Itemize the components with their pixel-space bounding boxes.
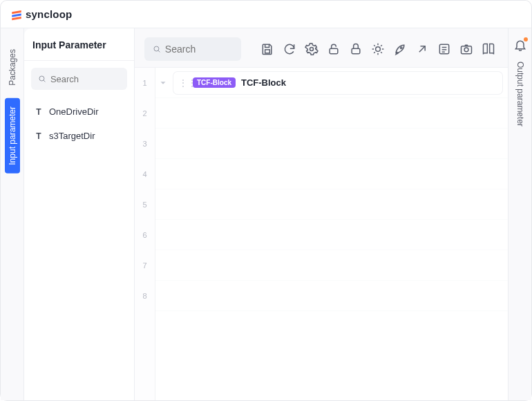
settings-icon[interactable] [305, 42, 319, 56]
brand-logo: syncloop [10, 8, 72, 21]
line-number: 1 [135, 68, 155, 98]
svg-line-1 [44, 80, 45, 82]
line-gutter: 12345678 [135, 68, 155, 400]
app-frame: syncloop Packages Input parameter Input … [0, 0, 532, 401]
line-number: 2 [135, 98, 155, 129]
search-icon [38, 74, 46, 84]
sidebar-search-input[interactable] [50, 74, 120, 84]
svg-line-13 [374, 45, 375, 46]
tcf-block-row[interactable]: ⋮⋮ TCF-Block TCF-Block [173, 72, 502, 94]
sidebar-search[interactable] [31, 68, 127, 90]
svg-rect-4 [265, 50, 270, 53]
camera-icon[interactable] [459, 42, 473, 56]
search-icon [153, 44, 161, 54]
logo-mark-icon [10, 8, 23, 21]
unlock-icon[interactable] [327, 42, 341, 56]
left-rail: Packages Input parameter [1, 28, 24, 400]
text-type-icon: T [34, 131, 44, 141]
svg-rect-7 [352, 48, 360, 54]
param-item[interactable]: T s3TargetDir [24, 124, 134, 148]
list-icon[interactable] [437, 42, 451, 56]
svg-line-16 [381, 45, 382, 46]
editor-row [155, 159, 508, 189]
svg-point-0 [39, 76, 44, 81]
editor-row: ⋮⋮ TCF-Block TCF-Block [155, 68, 508, 98]
svg-point-23 [464, 48, 468, 52]
sidebar-title: Input Parameter [24, 28, 134, 61]
left-tab-input-parameter[interactable]: Input parameter [5, 98, 20, 174]
block-label: TCF-Block [241, 77, 286, 88]
svg-line-15 [374, 52, 375, 53]
svg-rect-6 [330, 48, 338, 54]
editor-row [155, 129, 508, 159]
collapse-caret-icon[interactable] [158, 78, 168, 88]
editor-row [155, 189, 508, 220]
main-search[interactable] [144, 37, 241, 61]
notifications-icon[interactable] [513, 38, 527, 52]
svg-line-3 [158, 50, 160, 52]
launch-icon[interactable] [393, 42, 407, 56]
param-list: T OneDriveDir T s3TargetDir [24, 95, 134, 152]
topbar: syncloop [1, 1, 531, 28]
refresh-icon[interactable] [283, 42, 296, 56]
main-area: 12345678 ⋮⋮ TCF-Block TCF-Block [135, 28, 508, 400]
editor-rows: ⋮⋮ TCF-Block TCF-Block [155, 68, 508, 400]
svg-point-8 [376, 47, 381, 52]
save-icon[interactable] [260, 42, 274, 56]
notification-dot [524, 37, 528, 41]
main-search-input[interactable] [165, 44, 233, 55]
lock-icon[interactable] [349, 42, 363, 56]
svg-line-14 [381, 52, 382, 53]
book-icon[interactable] [482, 42, 495, 56]
main-header [135, 28, 508, 67]
line-number: 3 [135, 129, 155, 159]
brand-name: syncloop [26, 8, 72, 20]
line-number: 5 [135, 189, 155, 220]
editor-row [155, 98, 508, 129]
line-number: 6 [135, 220, 155, 250]
editor: 12345678 ⋮⋮ TCF-Block TCF-Block [135, 67, 508, 400]
editor-row [155, 281, 508, 311]
svg-point-2 [154, 46, 159, 51]
param-name: s3TargetDir [49, 131, 95, 141]
line-number: 8 [135, 281, 155, 311]
block-tag: TCF-Block [193, 77, 236, 88]
param-item[interactable]: T OneDriveDir [24, 100, 134, 124]
svg-point-5 [310, 48, 314, 51]
app-body: Packages Input parameter Input Parameter… [1, 28, 531, 400]
editor-row [155, 250, 508, 281]
export-icon[interactable] [415, 42, 429, 56]
drag-handle-icon[interactable]: ⋮⋮ [179, 78, 187, 88]
right-tab-output-parameter[interactable]: Output parameter [515, 62, 525, 127]
left-tab-packages[interactable]: Packages [5, 41, 20, 94]
debug-icon[interactable] [371, 42, 385, 56]
line-number: 7 [135, 250, 155, 281]
text-type-icon: T [34, 107, 44, 117]
right-rail: Output parameter [508, 28, 531, 400]
param-name: OneDriveDir [49, 106, 99, 117]
editor-row [155, 220, 508, 250]
toolbar [260, 42, 498, 56]
sidebar-panel: Input Parameter T OneDriveDir T s3Target… [24, 28, 135, 400]
svg-point-17 [400, 47, 402, 49]
line-number: 4 [135, 159, 155, 189]
